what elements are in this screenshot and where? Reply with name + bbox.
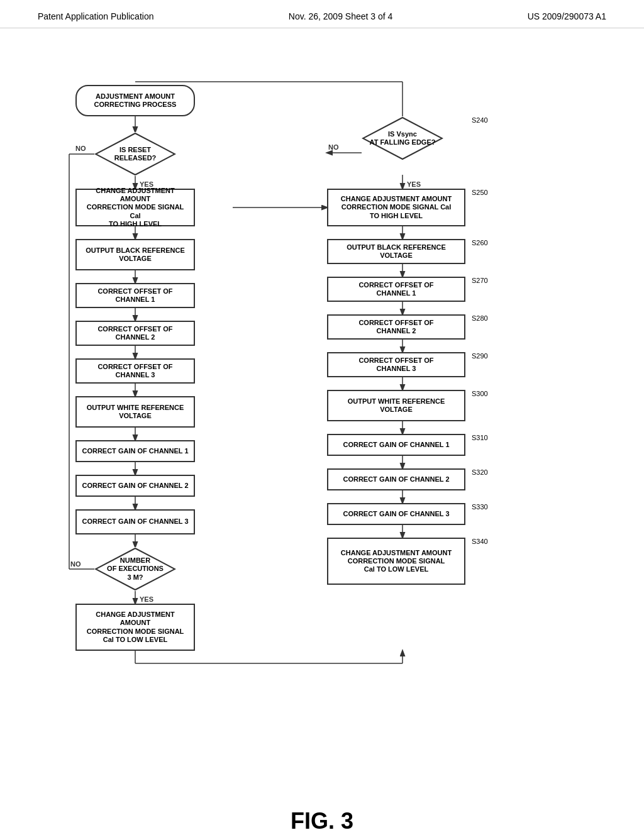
s310-rect: CORRECT GAIN OF CHANNEL 1 xyxy=(327,434,465,456)
svg-text:NO: NO xyxy=(75,145,86,152)
svg-text:NO: NO xyxy=(70,560,81,568)
s160-rect: CORRECT OFFSET OFCHANNEL 3 xyxy=(75,358,195,384)
s180-rect: CORRECT GAIN OF CHANNEL 1 xyxy=(75,440,195,462)
s200-rect: CORRECT GAIN OF CHANNEL 3 xyxy=(75,509,195,534)
svg-text:YES: YES xyxy=(140,595,153,603)
figure-caption: FIG. 3 xyxy=(0,808,644,830)
diagram-area: NO NO xyxy=(0,28,644,802)
s270-rect: CORRECT OFFSET OFCHANNEL 1 xyxy=(327,277,465,302)
s110-diamond: IS RESETRELEASED? xyxy=(94,132,176,176)
label-s260: S260 xyxy=(472,239,488,246)
s290-rect: CORRECT OFFSET OFCHANNEL 3 xyxy=(327,352,465,377)
s150-rect: CORRECT OFFSET OFCHANNEL 2 xyxy=(75,321,195,346)
s250-rect: CHANGE ADJUSTMENT AMOUNTCORRECTION MODE … xyxy=(327,189,465,226)
svg-text:YES: YES xyxy=(407,180,421,188)
s320-rect: CORRECT GAIN OF CHANNEL 2 xyxy=(327,468,465,490)
s230-rect: CHANGE ADJUSTMENT AMOUNTCORRECTION MODE … xyxy=(75,604,195,651)
label-s320: S320 xyxy=(472,468,488,476)
s170-rect: OUTPUT WHITE REFERENCEVOLTAGE xyxy=(75,396,195,428)
header-right: US 2009/290073 A1 xyxy=(528,11,606,21)
label-s250: S250 xyxy=(472,189,488,196)
s340-rect: CHANGE ADJUSTMENT AMOUNTCORRECTION MODE … xyxy=(327,538,465,585)
label-s290: S290 xyxy=(472,352,488,360)
label-s240: S240 xyxy=(472,116,488,124)
header-left: Patent Application Publication xyxy=(38,11,153,21)
label-s310: S310 xyxy=(472,434,488,441)
flowchart: NO NO xyxy=(38,47,606,789)
s120-rect: CHANGE ADJUSTMENT AMOUNTCORRECTION MODE … xyxy=(75,189,195,226)
s330-rect: CORRECT GAIN OF CHANNEL 3 xyxy=(327,503,465,525)
label-s270: S270 xyxy=(472,277,488,284)
s140-rect: CORRECT OFFSET OFCHANNEL 1 xyxy=(75,283,195,308)
s240-diamond: IS VsyncAT FALLING EDGE? xyxy=(362,116,443,160)
label-s280: S280 xyxy=(472,314,488,322)
s260-rect: OUTPUT BLACK REFERENCEVOLTAGE xyxy=(327,239,465,264)
s280-rect: CORRECT OFFSET OFCHANNEL 2 xyxy=(327,314,465,340)
s210-diamond: NUMBEROF EXECUTIONS3 M? xyxy=(94,547,176,591)
label-s330: S330 xyxy=(472,503,488,511)
header-center: Nov. 26, 2009 Sheet 3 of 4 xyxy=(289,11,393,21)
start-node: ADJUSTMENT AMOUNTCORRECTING PROCESS xyxy=(75,85,195,116)
s300-rect: OUTPUT WHITE REFERENCEVOLTAGE xyxy=(327,390,465,421)
s190-rect: CORRECT GAIN OF CHANNEL 2 xyxy=(75,475,195,497)
label-s300: S300 xyxy=(472,390,488,397)
svg-text:NO: NO xyxy=(328,143,339,151)
s130-rect: OUTPUT BLACK REFERENCEVOLTAGE xyxy=(75,239,195,270)
page-header: Patent Application Publication Nov. 26, … xyxy=(0,0,644,28)
label-s340: S340 xyxy=(472,538,488,545)
